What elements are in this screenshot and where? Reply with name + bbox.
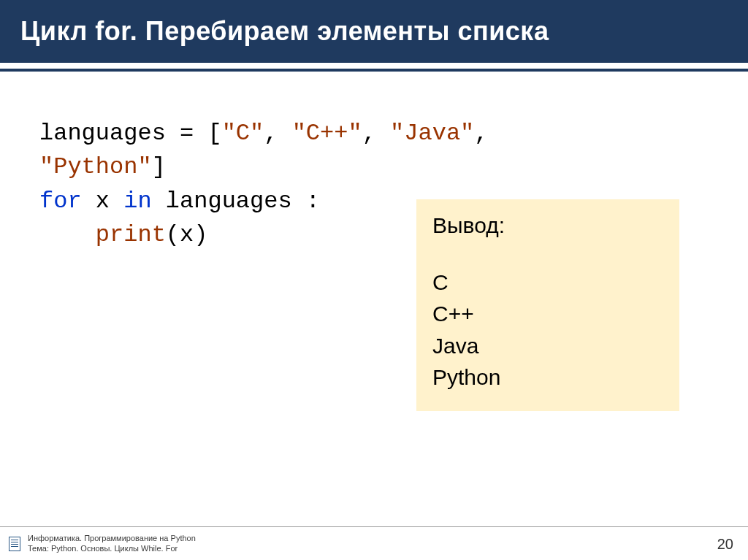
- output-line: C: [432, 266, 663, 299]
- code-string: "C": [222, 120, 264, 147]
- code-token: ,: [264, 120, 291, 147]
- code-token: languages = [: [39, 120, 222, 147]
- slide: Цикл for. Перебираем элементы списка lan…: [0, 0, 748, 560]
- code-line-2: "Python"]: [39, 150, 709, 184]
- code-token: ,: [362, 120, 390, 147]
- code-token: ): [194, 221, 207, 248]
- footer-line-1: Информатика. Программирование на Python: [28, 534, 196, 544]
- code-token: languages :: [152, 188, 320, 215]
- slide-header: Цикл for. Перебираем элементы списка: [0, 0, 748, 63]
- output-box: Вывод: C C++ Java Python: [416, 199, 679, 411]
- output-title: Вывод:: [432, 210, 663, 242]
- code-token: ,: [474, 120, 488, 147]
- code-string: "C++": [292, 120, 362, 147]
- footer-text: Информатика. Программирование на Python …: [28, 534, 196, 554]
- output-line: C++: [432, 298, 663, 330]
- code-token: ]: [152, 153, 166, 180]
- code-line-1: languages = ["C", "C++", "Java",: [39, 117, 709, 150]
- slide-footer: Информатика. Программирование на Python …: [0, 526, 748, 560]
- footer-line-2: Тема: Python. Основы. Циклы While. For: [28, 544, 196, 554]
- code-token: x: [82, 188, 124, 215]
- code-token: (: [166, 221, 180, 248]
- code-token: x: [180, 221, 194, 248]
- page-number: 20: [717, 536, 733, 553]
- code-string: "Python": [39, 153, 152, 180]
- slide-title: Цикл for. Перебираем элементы списка: [20, 16, 728, 47]
- slide-content: languages = ["C", "C++", "Java", "Python…: [0, 72, 748, 253]
- code-string: "Java": [390, 120, 474, 147]
- code-keyword: in: [123, 188, 151, 215]
- document-icon: [9, 537, 20, 551]
- code-keyword: for: [39, 188, 82, 215]
- output-line: Python: [432, 361, 663, 394]
- code-func: print: [96, 221, 166, 248]
- output-line: Java: [432, 330, 663, 362]
